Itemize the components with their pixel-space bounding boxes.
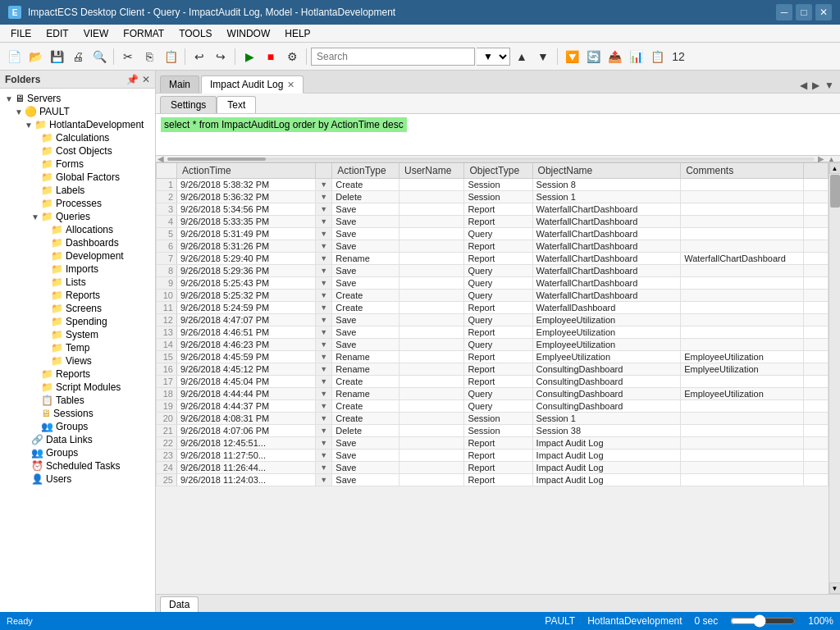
tree-item-reports-18[interactable]: 📁Reports <box>0 368 155 381</box>
pault-expander[interactable]: ▼ <box>13 107 25 116</box>
tree-item-system-15[interactable]: 📁System <box>0 328 155 341</box>
table-row[interactable]: 29/26/2018 5:36:32 PM▼DeleteSessionSessi… <box>157 191 829 203</box>
tree-item-groups-22[interactable]: 👥Groups <box>0 420 155 433</box>
tree-item-model[interactable]: ▼ 📁 HotlantaDevelopment <box>0 118 155 131</box>
menu-item-format[interactable]: FORMAT <box>116 26 171 41</box>
tab-nav-menu[interactable]: ▼ <box>823 78 836 93</box>
cell-action-btn-16[interactable]: ▼ <box>316 376 332 388</box>
cell-action-btn-21[interactable]: ▼ <box>316 437 332 450</box>
grid-scroll-up[interactable]: ▲ <box>829 162 841 174</box>
servers-expander[interactable]: ▼ <box>3 94 15 103</box>
tree-item-imports-10[interactable]: 📁Imports <box>0 262 155 276</box>
tree-item-spending-14[interactable]: 📁Spending <box>0 315 155 328</box>
cell-action-btn-5[interactable]: ▼ <box>316 240 332 253</box>
table-row[interactable]: 159/26/2018 4:45:59 PM▼RenameReportEmply… <box>157 351 829 363</box>
tree-item-scheduled-tasks-25[interactable]: ⏰Scheduled Tasks <box>0 459 155 472</box>
cut-button[interactable]: ✂ <box>118 47 138 66</box>
save-button[interactable]: 💾 <box>47 47 66 66</box>
cell-action-btn-19[interactable]: ▼ <box>316 413 332 425</box>
chart-button[interactable]: 📊 <box>626 47 646 66</box>
query-tab-text[interactable]: Text <box>217 96 256 113</box>
table-row[interactable]: 209/26/2018 4:08:31 PM▼CreateSessionSess… <box>157 413 829 425</box>
search-up-button[interactable]: ▲ <box>512 47 532 66</box>
table-row[interactable]: 259/26/2018 11:24:03...▼SaveReportImpact… <box>157 474 829 486</box>
model-expander[interactable]: ▼ <box>23 121 34 130</box>
tree-item-data-links-23[interactable]: 🔗Data Links <box>0 433 155 446</box>
menu-item-window[interactable]: WINDOW <box>221 26 277 41</box>
close-button[interactable]: ✕ <box>815 4 832 21</box>
cell-action-btn-13[interactable]: ▼ <box>316 339 332 351</box>
tree-item-allocations-7[interactable]: 📁Allocations <box>0 223 155 236</box>
tree-item-calculations-0[interactable]: 📁Calculations <box>0 131 155 144</box>
print-button[interactable]: 🖨 <box>68 47 88 66</box>
tree-item-tables-20[interactable]: 📋Tables <box>0 394 155 407</box>
table-row[interactable]: 129/26/2018 4:47:07 PM▼SaveQueryEmployee… <box>157 314 829 326</box>
zoom-slider[interactable] <box>730 614 796 628</box>
tree-item-reports-12[interactable]: 📁Reports <box>0 289 155 302</box>
cell-action-btn-4[interactable]: ▼ <box>316 228 332 240</box>
table-row[interactable]: 139/26/2018 4:46:51 PM▼SaveReportEmploye… <box>157 326 829 339</box>
stop-button[interactable]: ■ <box>261 47 281 66</box>
tab-nav-right[interactable]: ▶ <box>810 78 821 93</box>
grid-scroll-thumb[interactable] <box>830 175 840 208</box>
table-row[interactable]: 109/26/2018 5:25:32 PM▼CreateQueryWaterf… <box>157 290 829 302</box>
col-objecttype[interactable]: ObjectType <box>464 163 532 179</box>
search-down-button[interactable]: ▼ <box>533 47 553 66</box>
tree-item-cost-objects-1[interactable]: 📁Cost Objects <box>0 144 155 158</box>
menu-item-tools[interactable]: TOOLS <box>172 26 218 41</box>
cell-action-btn-15[interactable]: ▼ <box>316 363 332 376</box>
cell-action-btn-23[interactable]: ▼ <box>316 462 332 474</box>
cell-action-btn-9[interactable]: ▼ <box>316 290 332 302</box>
cell-action-btn-8[interactable]: ▼ <box>316 277 332 290</box>
search-input[interactable] <box>311 48 475 66</box>
col-comments[interactable]: Comments <box>681 163 804 179</box>
grid-scroll-down[interactable]: ▼ <box>829 582 841 594</box>
cell-action-btn-20[interactable]: ▼ <box>316 425 332 437</box>
cell-action-btn-11[interactable]: ▼ <box>316 314 332 326</box>
tree-item-servers[interactable]: ▼ 🖥 Servers <box>0 92 155 105</box>
tab-close-button[interactable]: ✕ <box>287 80 294 90</box>
table-row[interactable]: 119/26/2018 5:24:59 PM▼CreateReportWater… <box>157 302 829 314</box>
query-sql[interactable]: select * from ImpactAuditLog order by Ac… <box>161 117 407 132</box>
undo-button[interactable]: ↩ <box>189 47 209 66</box>
tree-item-sessions-21[interactable]: 🖥Sessions <box>0 407 155 420</box>
tab-main[interactable]: Main <box>160 75 199 93</box>
col-actiontime[interactable]: ActionTime <box>177 163 316 179</box>
table-row[interactable]: 39/26/2018 5:34:56 PM▼SaveReportWaterfal… <box>157 203 829 216</box>
table-row[interactable]: 249/26/2018 11:26:44...▼SaveReportImpact… <box>157 462 829 474</box>
cell-action-btn-22[interactable]: ▼ <box>316 450 332 462</box>
cell-action-btn-17[interactable]: ▼ <box>316 388 332 400</box>
table-row[interactable]: 49/26/2018 5:33:35 PM▼SaveReportWaterfal… <box>157 216 829 228</box>
run-button[interactable]: ▶ <box>240 47 259 66</box>
table-row[interactable]: 239/26/2018 11:27:50...▼SaveReportImpact… <box>157 450 829 462</box>
paste-button[interactable]: 📋 <box>161 47 180 66</box>
tree-item-temp-16[interactable]: 📁Temp <box>0 341 155 354</box>
bottom-tab-data[interactable]: Data <box>160 596 199 612</box>
tree-item-views-17[interactable]: 📁Views <box>0 354 155 368</box>
table-row[interactable]: 99/26/2018 5:25:43 PM▼SaveQueryWaterfall… <box>157 277 829 290</box>
query-tab-settings[interactable]: Settings <box>160 96 217 113</box>
menu-item-edit[interactable]: EDIT <box>39 26 75 41</box>
cell-action-btn-24[interactable]: ▼ <box>316 474 332 486</box>
tree-item-processes-5[interactable]: 📁Processes <box>0 197 155 210</box>
tree-expander-6[interactable]: ▼ <box>30 212 41 221</box>
col-username[interactable]: UserName <box>399 163 463 179</box>
menu-item-file[interactable]: FILE <box>4 26 38 41</box>
search-dropdown[interactable]: ▼ <box>477 48 510 66</box>
redo-button[interactable]: ↪ <box>211 47 231 66</box>
table-row[interactable]: 69/26/2018 5:31:26 PM▼SaveReportWaterfal… <box>157 240 829 253</box>
tree-item-script-modules-19[interactable]: 📁Script Modules <box>0 381 155 394</box>
preview-button[interactable]: 🔍 <box>89 47 109 66</box>
maximize-button[interactable]: □ <box>796 4 812 21</box>
cell-action-btn-3[interactable]: ▼ <box>316 216 332 228</box>
tree-item-pault[interactable]: ▼ 🟡 PAULT <box>0 105 155 118</box>
cell-action-btn-10[interactable]: ▼ <box>316 302 332 314</box>
table-row[interactable]: 169/26/2018 4:45:12 PM▼RenameReportConsu… <box>157 363 829 376</box>
menu-item-view[interactable]: VIEW <box>77 26 116 41</box>
table-row[interactable]: 89/26/2018 5:29:36 PM▼SaveQueryWaterfall… <box>157 265 829 277</box>
table-row[interactable]: 59/26/2018 5:31:49 PM▼SaveQueryWaterfall… <box>157 228 829 240</box>
settings-button[interactable]: ⚙ <box>282 47 302 66</box>
cell-action-btn-6[interactable]: ▼ <box>316 253 332 265</box>
folders-pin-button[interactable]: 📌 <box>126 74 139 85</box>
menu-item-help[interactable]: HELP <box>278 26 317 41</box>
